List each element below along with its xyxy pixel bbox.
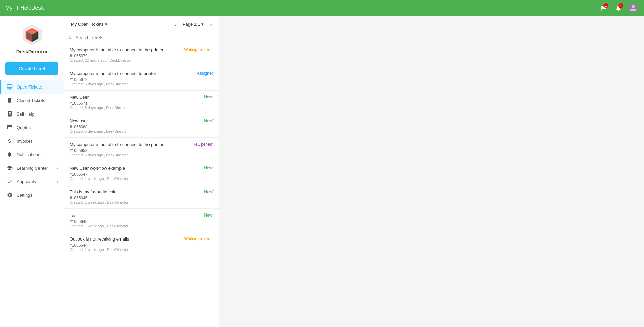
- ticket-row-top: New user New*: [70, 118, 214, 123]
- status-badge: New*: [204, 213, 214, 218]
- status-badge: New*: [204, 118, 214, 123]
- nav-label-quotes: Quotes: [17, 125, 58, 130]
- ticket-row-top: Test New*: [70, 213, 214, 218]
- sidebar-item-quotes[interactable]: Quotes: [0, 121, 64, 134]
- main-layout: DeskDirector Create ticket Open TicketsC…: [0, 16, 644, 327]
- table-row[interactable]: Outlook is not receiving emails Waiting …: [64, 232, 219, 256]
- nav-label-self-help: Self Help: [17, 111, 58, 117]
- user-avatar[interactable]: [628, 3, 639, 14]
- chevron-down-icon: ▾: [57, 166, 58, 170]
- table-row[interactable]: My computer is not able to connect to th…: [64, 43, 219, 67]
- nav-label-approvals: Approvals: [17, 179, 53, 184]
- ticket-title: Outlook is not receiving emails: [70, 236, 181, 242]
- table-row[interactable]: My computer is not able to connect to pr…: [64, 67, 219, 91]
- ticket-row-top: This is my favourite color New*: [70, 189, 214, 194]
- status-badge: New*: [204, 189, 214, 194]
- dollar-icon: [6, 137, 13, 144]
- app-title: My IT HelpDesk: [5, 5, 598, 11]
- sidebar-item-approvals[interactable]: Approvals▾: [0, 175, 64, 188]
- ticket-meta: Created: 6 days ago , DeskDirector: [70, 153, 214, 157]
- sidebar: DeskDirector Create ticket Open TicketsC…: [0, 16, 64, 327]
- card-icon: [6, 124, 13, 131]
- table-row[interactable]: This is my favourite color New* #1055646…: [64, 185, 219, 209]
- ticket-meta: Created: 5 days ago , DeskDirector: [70, 129, 214, 133]
- sidebar-item-notifications[interactable]: Notifications: [0, 148, 64, 161]
- logo-image: [20, 23, 44, 47]
- chevron-down-icon: ▾: [57, 180, 58, 183]
- user-icon: [629, 4, 637, 12]
- tickets-header: My Open Tickets ▾ ‹ Page 1/1 ▾ ›: [64, 16, 219, 32]
- learning-icon: [6, 165, 13, 171]
- search-bar: [64, 32, 219, 43]
- logo-area: DeskDirector: [0, 16, 64, 60]
- topbar-actions: 1 4: [598, 3, 639, 14]
- status-badge: New*: [204, 166, 214, 170]
- ticket-meta: Created: 1 week ago , DeskDirector: [70, 200, 214, 204]
- nav-label-learning-center: Learning Center: [17, 166, 53, 171]
- ticket-id: #1055671: [70, 101, 214, 106]
- ticket-id: #1055679: [70, 54, 214, 58]
- nav-label-closed-tickets: Closed Tickets: [17, 98, 58, 103]
- status-badge: ReOpened*: [192, 142, 214, 147]
- table-row[interactable]: New User workflow example New* #1055647 …: [64, 161, 219, 185]
- ticket-title: My computer is not able to connect to th…: [70, 142, 190, 147]
- status-badge: Waiting on client: [184, 236, 214, 241]
- book-icon: [6, 110, 13, 117]
- ticket-title: This is my favourite color: [70, 189, 201, 194]
- sidebar-item-invoices[interactable]: Invoices: [0, 134, 64, 148]
- sidebar-item-closed-tickets[interactable]: Closed Tickets: [0, 94, 64, 107]
- search-icon: [68, 35, 73, 40]
- bell-badge: 4: [618, 3, 623, 8]
- nav-label-open-tickets: Open Tickets: [17, 84, 58, 90]
- bell-icon: [6, 151, 13, 158]
- ticket-meta: Created: 1 week ago , DeskDirector: [70, 177, 214, 181]
- page-indicator[interactable]: Page 1/1 ▾: [181, 21, 206, 27]
- table-row[interactable]: New User New* #1055671 Created: 5 days a…: [64, 91, 219, 114]
- bell-button[interactable]: 4: [613, 3, 624, 14]
- ticket-meta: Created: 1 week ago , DeskDirector: [70, 248, 214, 252]
- ticket-meta: Created: 5 days ago , DeskDirector: [70, 106, 214, 110]
- ticket-row-top: My computer is not able to connect to pr…: [70, 71, 214, 76]
- trash-icon: [6, 97, 13, 104]
- right-panel: [219, 16, 644, 327]
- ticket-meta: Created: 1 week ago , DeskDirector: [70, 224, 214, 228]
- prev-page-button[interactable]: ‹: [171, 20, 179, 28]
- page-dropdown-icon: ▾: [201, 22, 204, 27]
- ticket-row-top: Outlook is not receiving emails Waiting …: [70, 236, 214, 242]
- ticket-id: #1055644: [70, 243, 214, 248]
- sidebar-item-learning-center[interactable]: Learning Center▾: [0, 161, 64, 175]
- sidebar-item-self-help[interactable]: Self Help: [0, 107, 64, 121]
- ticket-title: My computer is not able to connect to th…: [70, 47, 181, 52]
- nav-label-notifications: Notifications: [17, 152, 58, 157]
- status-badge: New*: [204, 95, 214, 99]
- tickets-panel: My Open Tickets ▾ ‹ Page 1/1 ▾ › My comp…: [64, 16, 219, 327]
- ticket-title: New User: [70, 95, 201, 100]
- next-page-button[interactable]: ›: [207, 20, 215, 28]
- sidebar-item-settings[interactable]: Settings: [0, 188, 64, 202]
- ticket-title: My computer is not able to connect to pr…: [70, 71, 194, 76]
- ticket-id: #1055672: [70, 77, 214, 82]
- table-row[interactable]: Test New* #1055645 Created: 1 week ago ,…: [64, 209, 219, 232]
- tickets-list: My computer is not able to connect to th…: [64, 43, 219, 327]
- ticket-id: #1055645: [70, 219, 214, 224]
- flag-button[interactable]: 1: [598, 3, 609, 14]
- nav-label-invoices: Invoices: [17, 139, 58, 144]
- page-label: Page 1/1: [183, 22, 200, 27]
- ticket-row-top: New User New*: [70, 95, 214, 100]
- gear-icon: [6, 192, 13, 198]
- sidebar-item-open-tickets[interactable]: Open Tickets: [0, 80, 64, 94]
- ticket-id: #1055646: [70, 196, 214, 200]
- filter-label: My Open Tickets: [71, 22, 104, 27]
- pagination-area: ‹ Page 1/1 ▾ ›: [171, 20, 215, 28]
- ticket-row-top: My computer is not able to connect to th…: [70, 47, 214, 52]
- create-ticket-button[interactable]: Create ticket: [5, 62, 58, 75]
- table-row[interactable]: New user New* #1055668 Created: 5 days a…: [64, 114, 219, 138]
- filter-button[interactable]: My Open Tickets ▾: [68, 20, 110, 28]
- search-input[interactable]: [76, 35, 215, 40]
- nav-label-settings: Settings: [17, 193, 58, 198]
- ticket-title: Test: [70, 213, 201, 218]
- status-badge: Assigned: [197, 71, 214, 76]
- sidebar-nav: Open TicketsClosed TicketsSelf HelpQuote…: [0, 80, 64, 202]
- table-row[interactable]: My computer is not able to connect to th…: [64, 138, 219, 161]
- ticket-id: #1055653: [70, 148, 214, 153]
